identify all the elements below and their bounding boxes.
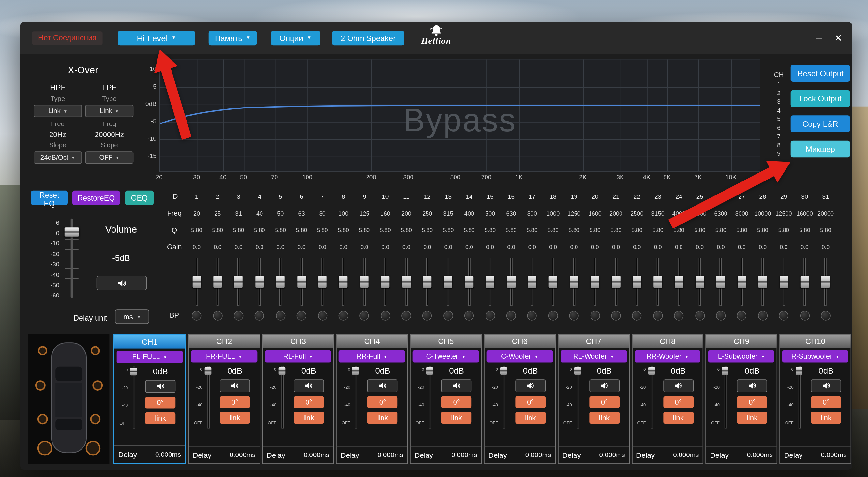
channel-link-button[interactable]: link (293, 412, 324, 423)
eq-band-slider[interactable] (228, 255, 249, 308)
channel-preset-dropdown[interactable]: RL-Woofer ▼ (560, 350, 627, 363)
eq-band-slider[interactable] (585, 255, 606, 308)
hpf-type-dropdown[interactable]: Link ▼ (34, 105, 82, 117)
channel-gain-slider[interactable] (352, 366, 359, 428)
channel-gain-slider[interactable] (278, 366, 285, 428)
channel-header[interactable]: CH5 (410, 335, 481, 348)
eq-band-slider[interactable] (773, 255, 794, 308)
eq-band-slider[interactable] (207, 255, 228, 308)
channel-header[interactable]: CH1 (115, 335, 185, 348)
eq-band-slider-handle[interactable] (381, 276, 390, 288)
eq-band-slider[interactable] (752, 255, 773, 308)
eq-band-bypass[interactable] (632, 308, 642, 323)
eq-band-bypass[interactable] (549, 308, 558, 323)
eq-band-bypass[interactable] (506, 308, 516, 323)
eq-band-slider[interactable] (647, 255, 668, 308)
eq-band-slider-handle[interactable] (591, 276, 599, 288)
eq-band-slider-handle[interactable] (235, 276, 243, 288)
eq-band-slider-handle[interactable] (780, 276, 788, 288)
channel-link-button[interactable]: link (368, 412, 398, 423)
mixer-button[interactable]: Микшер (791, 141, 850, 158)
eq-band-bypass[interactable] (695, 308, 705, 323)
channel-gain-slider-handle[interactable] (426, 367, 433, 375)
eq-band-bypass[interactable] (297, 308, 306, 323)
eq-band-bypass[interactable] (318, 308, 327, 323)
eq-band-slider[interactable] (291, 255, 312, 308)
eq-band-bypass[interactable] (401, 308, 411, 323)
lock-output-button[interactable]: Lock Output (791, 90, 850, 107)
eq-band-slider-handle[interactable] (717, 276, 725, 288)
eq-band-bypass[interactable] (192, 308, 201, 323)
eq-band-slider-handle[interactable] (528, 276, 536, 288)
eq-band-slider[interactable] (249, 255, 270, 308)
channel-phase-button[interactable]: 0° (737, 396, 767, 408)
channel-gain-slider-handle[interactable] (648, 367, 655, 375)
channel-phase-button[interactable]: 0° (441, 396, 472, 408)
volume-slider[interactable] (64, 218, 80, 298)
channel-phase-button[interactable]: 0° (663, 396, 693, 408)
eq-band-bypass[interactable] (486, 308, 495, 323)
eq-band-slider[interactable] (563, 255, 584, 308)
minimize-button[interactable]: – (815, 35, 822, 41)
channel-gain-slider-handle[interactable] (796, 367, 802, 375)
eq-band-slider-handle[interactable] (360, 276, 369, 288)
channel-link-button[interactable]: link (663, 412, 693, 423)
eq-band-slider[interactable] (333, 255, 354, 308)
channel-link-button[interactable]: link (145, 412, 176, 424)
channel-gain-slider[interactable] (574, 366, 581, 428)
eq-band-slider[interactable] (479, 255, 500, 308)
eq-band-slider-handle[interactable] (695, 276, 704, 288)
eq-band-slider-handle[interactable] (738, 276, 746, 288)
channel-mute-button[interactable] (811, 379, 841, 392)
eq-band-slider-handle[interactable] (549, 276, 557, 288)
geq-button[interactable]: GEQ (125, 191, 154, 205)
eq-band-bypass[interactable] (464, 308, 474, 323)
eq-band-slider-handle[interactable] (444, 276, 453, 288)
eq-band-slider[interactable] (542, 255, 563, 308)
eq-band-slider-handle[interactable] (822, 276, 830, 288)
channel-header[interactable]: CH4 (337, 335, 407, 348)
eq-band-slider[interactable] (186, 255, 207, 308)
hi-level-dropdown[interactable]: Hi-Level ▼ (118, 31, 195, 46)
channel-gain-slider-handle[interactable] (574, 367, 581, 375)
eq-band-slider[interactable] (732, 255, 752, 308)
channel-preset-dropdown[interactable]: C-Tweeter ▼ (413, 350, 479, 363)
channel-link-button[interactable]: link (737, 412, 767, 423)
eq-band-slider-handle[interactable] (507, 276, 516, 288)
channel-preset-dropdown[interactable]: R-Subwoofer ▼ (782, 350, 848, 363)
eq-band-slider[interactable] (354, 255, 375, 308)
channel-header[interactable]: CH8 (632, 335, 703, 348)
eq-band-slider-handle[interactable] (801, 276, 809, 288)
channel-gain-slider-handle[interactable] (278, 367, 285, 375)
channel-gain-slider[interactable] (648, 366, 655, 428)
channel-mute-button[interactable] (220, 379, 250, 392)
eq-band-slider-handle[interactable] (255, 276, 264, 288)
channel-link-button[interactable]: link (441, 412, 472, 423)
channel-header[interactable]: CH3 (263, 335, 333, 348)
eq-band-bypass[interactable] (779, 308, 788, 323)
eq-band-bypass[interactable] (527, 308, 537, 323)
channel-gain-slider-handle[interactable] (352, 367, 359, 375)
speaker-mode-button[interactable]: 2 Ohm Speaker (332, 31, 404, 46)
delay-unit-dropdown[interactable]: ms ▼ (115, 309, 149, 324)
eq-band-slider-handle[interactable] (465, 276, 473, 288)
channel-gain-slider[interactable] (426, 366, 433, 428)
eq-band-bypass[interactable] (339, 308, 348, 323)
eq-band-slider[interactable] (522, 255, 542, 308)
channel-preset-dropdown[interactable]: FL-FULL ▼ (117, 350, 183, 363)
channel-mute-button[interactable] (515, 379, 546, 392)
eq-band-slider-handle[interactable] (570, 276, 579, 288)
channel-gain-slider[interactable] (205, 366, 211, 428)
eq-band-slider-handle[interactable] (612, 276, 620, 288)
eq-band-slider[interactable] (710, 255, 731, 308)
reset-eq-button[interactable]: Reset EQ (31, 191, 68, 205)
close-button[interactable]: ✕ (834, 32, 842, 44)
eq-band-bypass[interactable] (213, 308, 222, 323)
channel-header[interactable]: CH6 (485, 335, 555, 348)
volume-slider-handle[interactable] (65, 228, 79, 237)
channel-preset-dropdown[interactable]: RR-Woofer ▼ (634, 350, 701, 363)
volume-mute-button[interactable] (96, 276, 147, 290)
eq-band-bypass[interactable] (360, 308, 369, 323)
channel-gain-slider[interactable] (500, 366, 507, 428)
channel-gain-slider-handle[interactable] (722, 367, 729, 375)
